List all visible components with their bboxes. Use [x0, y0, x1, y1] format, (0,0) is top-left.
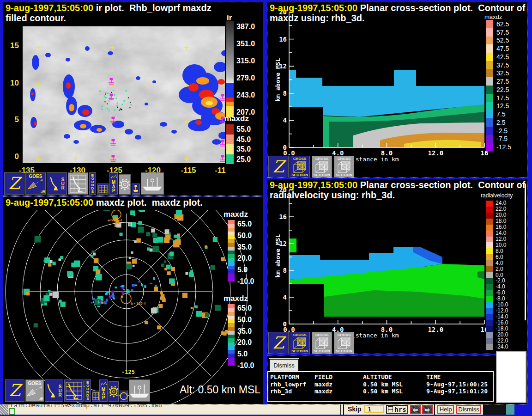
table-cell: 0.50 km MSL	[363, 381, 403, 388]
sat-x-tick: -115	[181, 166, 196, 175]
help-label: Help	[440, 406, 452, 413]
colorbar-segment	[226, 144, 234, 154]
cross-label: CROSS	[293, 157, 306, 161]
toolbar-button-cross-section[interactable]: CROSSSECTION	[334, 332, 354, 354]
xsec-x-tick: 12.0	[428, 149, 443, 157]
desktop-corner-blue	[514, 404, 532, 415]
ppi-center-longitude-label: -125	[121, 369, 135, 375]
toolbar-button-circle[interactable]	[120, 391, 128, 402]
colorbar-segment	[486, 314, 493, 320]
toolbar-button-gear[interactable]	[109, 381, 119, 402]
cross-label: CROSS	[338, 333, 351, 337]
colorbar-segment	[486, 127, 493, 135]
toolbar-button-cross-section[interactable]: CROSSSECTION	[312, 332, 332, 354]
colorbar-tick: 27.5	[496, 78, 509, 85]
colorbar-segment	[486, 20, 493, 28]
colorbar-tick: 47.5	[496, 45, 509, 52]
sat-maxdz-colorbar-label: maxdz	[224, 114, 249, 123]
buoy-icon	[132, 184, 139, 194]
taskbar: rain:beaufait:59>xdump.all 970809.1505.x…	[0, 404, 532, 415]
colorbar-segment	[486, 143, 493, 151]
toolbar-button-goes-ir[interactable]: GOES.IR	[25, 172, 46, 195]
colorbar-segment	[486, 248, 493, 254]
taskbar-filler	[483, 404, 506, 415]
satellite-image[interactable]	[23, 26, 225, 163]
toolbar-button-radar-sur[interactable]: SUR	[45, 379, 63, 402]
toolbar-button-bounds[interactable]: BOUNDS	[85, 379, 91, 402]
toolbar-button-map[interactable]: MAP	[99, 379, 108, 402]
xsec-y-tick: 12	[273, 240, 287, 247]
colorbar-tick: -6.0	[496, 289, 505, 296]
status-dismiss-button[interactable]: Dismiss	[269, 359, 299, 372]
zebra-display: 9-aug-1997,15:05:00 ir plot. Rhb_lowprf …	[0, 0, 532, 416]
gear-icon	[119, 178, 131, 191]
colorbar-segment	[486, 28, 493, 37]
panel-maxdz-ppi: 9-aug-1997,15:05:00 maxdz plot. maxdz pl…	[3, 196, 263, 404]
colorbar-tick: 6.0	[496, 254, 503, 260]
toolbar-button-radar-grid[interactable]	[64, 379, 84, 402]
xs1-colorbar-label: maxdz	[484, 13, 502, 20]
taskbar-dismiss-button[interactable]: Dismiss	[456, 405, 481, 414]
toolbar-button-zebra-logo[interactable]: Z	[5, 379, 24, 402]
ppi-maxdz-tick: 20.0	[237, 338, 252, 347]
toolbar-button-zebra-logo[interactable]: Z	[268, 332, 289, 354]
toolbar-button-zebra-logo[interactable]: Z	[4, 172, 24, 195]
bounds-label: BOUNDS	[86, 381, 89, 400]
toolbar-button-goes-ir[interactable]: GOES.IR	[25, 379, 44, 402]
colorbar-segment	[228, 277, 235, 281]
cross-label: CROSS	[315, 333, 328, 337]
sat-maxdz-tick: 25.0	[236, 155, 251, 164]
skip-value-input[interactable]: 1 ^	[364, 405, 384, 413]
colorbar-segment	[486, 338, 493, 344]
ir-tick: 387.0	[236, 23, 255, 31]
help-button[interactable]: Help	[437, 405, 454, 414]
ir-sub-label: .IR	[39, 397, 43, 400]
toolbar-button-ship[interactable]	[129, 379, 150, 402]
map-squiggle-icon	[110, 175, 117, 180]
toolbar-button-cross-section[interactable]: CROSSSECTION	[290, 332, 310, 354]
scrollbar-trough[interactable]	[496, 351, 526, 403]
xs1-x-axis-label: Distance in km	[348, 156, 399, 163]
ir-tick: 351.0	[236, 40, 255, 48]
step-forward-button[interactable]: ⇨	[422, 405, 433, 414]
xsec-y-tick: 4	[273, 294, 287, 301]
scrollbar-line[interactable]	[525, 184, 526, 320]
ir-tick: 315.0	[236, 57, 255, 65]
ppi-maxdz-tick: 35.0	[237, 327, 252, 336]
toolbar-button-zebra-logo[interactable]: Z	[268, 156, 289, 178]
colorbar-tick: 17.5	[496, 94, 509, 102]
colorbar-tick: 12.0	[496, 236, 506, 242]
ppi-maxdz-tick: 35.0	[237, 243, 252, 251]
toolbar-button-cross-section[interactable]: CROSSSECTION	[312, 156, 332, 178]
hours-unit-button[interactable]: hrs	[386, 405, 408, 414]
toolbar-button-gear[interactable]	[119, 174, 131, 195]
table-cell: 9-Aug-97,15:01:20	[426, 388, 488, 395]
toolbar-button-ship[interactable]	[141, 172, 164, 195]
toolbar-button-buoy[interactable]	[132, 184, 140, 195]
toolbar-button-map[interactable]: MAP	[109, 172, 118, 195]
toolbar-button-cross-section[interactable]: CROSSSECTION	[290, 156, 310, 178]
sat-y-tick: 0	[6, 152, 19, 161]
table-cell: 9-Aug-97,15:00:25	[426, 381, 488, 388]
window-grip[interactable]	[0, 404, 8, 415]
panel-xsec-maxdz: 9-aug-1997,15:05:00 Planar cross-section…	[267, 2, 527, 178]
colorbar-tick: 32.5	[496, 69, 509, 77]
xs1-title-line2: maxdz using: rhb_3d.	[270, 13, 365, 24]
toolbar-button-bounds[interactable]: BOUNDS	[89, 172, 96, 195]
colorbar-segment	[228, 361, 235, 366]
toolbar-button-cross-section[interactable]: CROSSSECTION	[334, 156, 354, 178]
toolbar-button-radar-sur[interactable]: SUR	[47, 172, 67, 195]
ppi-maxdz-tick: 50.0	[237, 316, 252, 324]
xs2-title-time: 9-aug-1997,15:05:00	[270, 180, 357, 190]
goes-label: GOES	[28, 381, 42, 386]
panel-xsec-radialvelocity: 9-aug-1997,15:05:00 Planar cross-section…	[267, 179, 527, 354]
step-back-button[interactable]: ⇦	[410, 405, 421, 414]
bounds-label: BOUNDS	[91, 174, 94, 193]
sat-panel-title: 9-aug-1997,15:05:00 ir plot. Rhb_lowprf …	[6, 3, 212, 13]
toolbar-button-radar-grid[interactable]	[68, 172, 88, 195]
ppi-maxdz-tick: 20.0	[237, 254, 252, 263]
toolbar-button-grid[interactable]	[97, 184, 109, 195]
colorbar-tick: -22.0	[496, 337, 508, 344]
xs2-panel-title: 9-aug-1997,15:05:00 Planar cross-section…	[270, 180, 525, 190]
sur-label: SUR	[61, 177, 64, 190]
